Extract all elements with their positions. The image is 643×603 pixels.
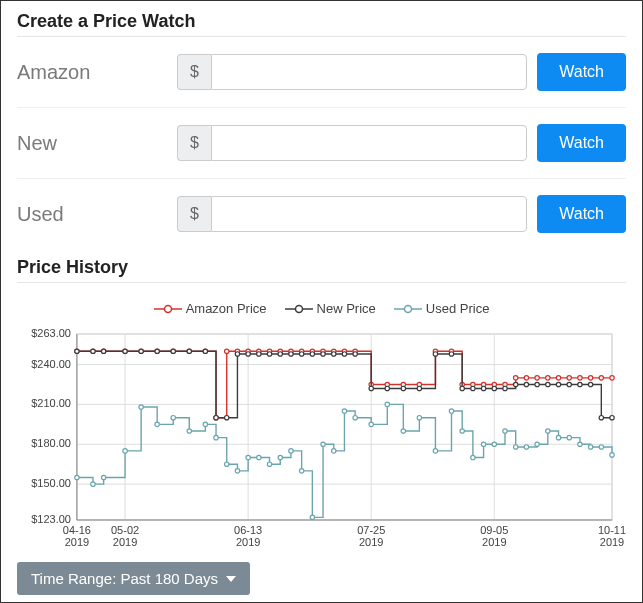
svg-point-120 [546,382,550,386]
price-input-group: $ [177,196,527,232]
svg-point-158 [481,442,485,446]
svg-point-134 [187,429,191,433]
watch-label: Used [17,203,167,226]
divider [17,282,626,283]
svg-point-147 [332,449,336,453]
price-input-used[interactable] [211,196,527,232]
svg-point-159 [492,442,496,446]
svg-point-125 [599,416,603,420]
svg-text:2019: 2019 [236,536,260,548]
svg-text:05-02: 05-02 [111,524,139,536]
svg-point-161 [514,445,518,449]
svg-point-167 [578,442,582,446]
svg-point-136 [214,435,218,439]
svg-point-140 [257,455,261,459]
svg-point-128 [91,482,95,486]
svg-text:10-11: 10-11 [598,524,626,536]
svg-point-143 [289,449,293,453]
watch-row-amazon: Amazon $ Watch [17,37,626,108]
svg-text:06-13: 06-13 [234,524,262,536]
svg-point-99 [289,352,293,356]
svg-point-111 [449,352,453,356]
svg-point-121 [556,382,560,386]
svg-text:2019: 2019 [113,536,137,548]
price-history-title: Price History [17,257,626,278]
svg-point-88 [155,349,159,353]
price-input-group: $ [177,125,527,161]
svg-text:$180.00: $180.00 [31,437,71,449]
watch-button-used[interactable]: Watch [537,195,626,233]
watch-label: New [17,132,167,155]
svg-point-130 [123,449,127,453]
svg-point-132 [155,422,159,426]
svg-point-106 [369,386,373,390]
svg-point-95 [246,352,250,356]
svg-point-79 [578,376,582,380]
svg-point-116 [503,386,507,390]
svg-point-73 [514,376,518,380]
price-input-new[interactable] [211,125,527,161]
svg-point-148 [342,409,346,413]
legend-marker-icon [285,303,313,315]
svg-point-153 [417,416,421,420]
watch-row-used: Used $ Watch [17,179,626,249]
svg-point-168 [588,445,592,449]
svg-point-91 [203,349,207,353]
svg-text:09-05: 09-05 [480,524,508,536]
time-range-dropdown[interactable]: Time Range: Past 180 Days [17,562,250,595]
svg-text:2019: 2019 [482,536,506,548]
svg-point-115 [492,386,496,390]
svg-point-166 [567,435,571,439]
svg-point-75 [535,376,539,380]
svg-point-84 [91,349,95,353]
svg-point-119 [535,382,539,386]
svg-point-118 [524,382,528,386]
svg-point-5 [404,305,411,312]
svg-point-114 [481,386,485,390]
svg-point-101 [310,352,314,356]
svg-point-112 [460,386,464,390]
svg-point-96 [257,352,261,356]
svg-point-146 [321,442,325,446]
svg-point-135 [203,422,207,426]
price-input-amazon[interactable] [211,54,527,90]
svg-point-78 [567,376,571,380]
svg-point-90 [187,349,191,353]
create-watch-title: Create a Price Watch [17,11,626,32]
svg-point-165 [556,435,560,439]
svg-point-150 [369,422,373,426]
legend-label: Used Price [426,301,490,316]
currency-prefix: $ [177,125,211,161]
svg-point-77 [556,376,560,380]
svg-point-133 [171,416,175,420]
watch-button-amazon[interactable]: Watch [537,53,626,91]
svg-text:2019: 2019 [65,536,89,548]
svg-point-94 [235,352,239,356]
svg-text:2019: 2019 [359,536,383,548]
watch-button-new[interactable]: Watch [537,124,626,162]
legend-label: Amazon Price [186,301,267,316]
svg-point-110 [433,352,437,356]
svg-point-117 [514,382,518,386]
svg-text:$240.00: $240.00 [31,358,71,370]
legend-marker-icon [394,303,422,315]
svg-point-142 [278,455,282,459]
svg-point-152 [401,429,405,433]
svg-text:04-16: 04-16 [63,524,91,536]
price-history-chart: $263.00$240.00$210.00$180.00$150.00$123.… [17,324,626,554]
svg-point-141 [267,462,271,466]
svg-point-154 [433,449,437,453]
svg-point-97 [267,352,271,356]
svg-point-85 [101,349,105,353]
currency-prefix: $ [177,196,211,232]
currency-prefix: $ [177,54,211,90]
svg-point-160 [503,429,507,433]
legend-item: New Price [285,301,376,316]
svg-point-126 [610,416,614,420]
svg-point-107 [385,386,389,390]
svg-point-1 [164,305,171,312]
svg-point-89 [171,349,175,353]
svg-text:$210.00: $210.00 [31,397,71,409]
svg-point-162 [524,445,528,449]
svg-point-93 [225,416,229,420]
